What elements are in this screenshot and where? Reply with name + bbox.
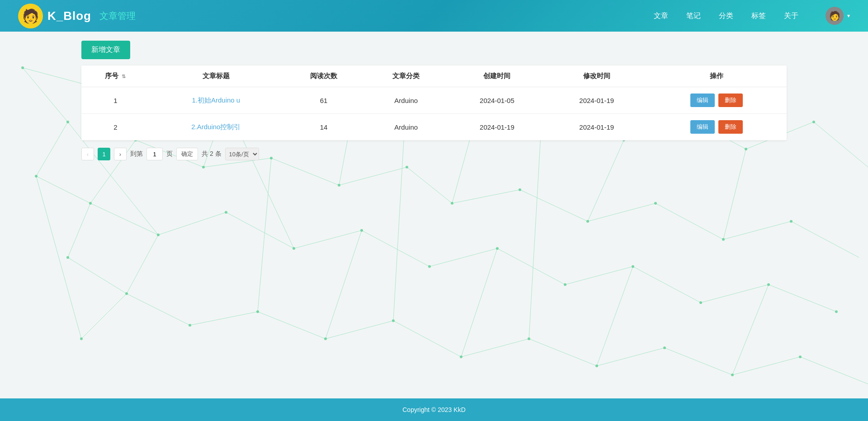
logo-area: 🧑 K_Blog 文章管理 bbox=[18, 4, 136, 28]
svg-line-4 bbox=[68, 257, 127, 294]
cell-title: 2.Arduino控制引 bbox=[150, 114, 283, 140]
svg-point-107 bbox=[564, 283, 566, 286]
delete-button[interactable]: 删除 bbox=[718, 120, 743, 134]
svg-line-3 bbox=[68, 203, 90, 257]
cell-reads: 61 bbox=[283, 87, 365, 114]
main-content: 新增文章 序号 ⇅ 文章标题 阅读次数 文章分类 创建时间 修改时间 操作 bbox=[0, 32, 868, 398]
svg-point-118 bbox=[595, 365, 598, 367]
nav-notes[interactable]: 笔记 bbox=[686, 11, 701, 21]
nav-categories[interactable]: 分类 bbox=[719, 11, 733, 21]
total-records: 共 2 条 bbox=[202, 150, 222, 158]
svg-line-46 bbox=[258, 312, 326, 339]
nav-tags[interactable]: 标签 bbox=[751, 11, 766, 21]
article-link[interactable]: 2.Arduino控制引 bbox=[191, 123, 241, 131]
page-number-input[interactable] bbox=[146, 148, 163, 160]
cell-id: 1 bbox=[81, 87, 150, 114]
pagination: ‹ 1 › 到第 页 确定 共 2 条 10条/页 20条/页 50条/页 bbox=[81, 148, 787, 160]
svg-line-30 bbox=[791, 221, 859, 257]
svg-line-50 bbox=[529, 339, 597, 366]
goto-confirm-button[interactable]: 确定 bbox=[176, 148, 198, 160]
cell-actions: 编辑 删除 bbox=[646, 114, 787, 140]
svg-point-109 bbox=[699, 301, 702, 304]
svg-line-27 bbox=[588, 203, 656, 221]
svg-point-73 bbox=[35, 175, 38, 178]
article-link[interactable]: 1.初始Arduino u bbox=[192, 96, 240, 104]
nav-articles[interactable]: 文章 bbox=[654, 11, 668, 21]
svg-point-102 bbox=[225, 211, 227, 214]
svg-point-93 bbox=[338, 184, 340, 187]
svg-line-23 bbox=[339, 167, 407, 185]
svg-point-97 bbox=[586, 220, 589, 223]
cell-title: 1.初始Arduino u bbox=[150, 87, 283, 114]
edit-button[interactable]: 编辑 bbox=[690, 120, 715, 134]
delete-button[interactable]: 删除 bbox=[718, 94, 743, 107]
logo-subtitle: 文章管理 bbox=[99, 10, 136, 22]
col-category: 文章分类 bbox=[365, 65, 447, 87]
svg-point-110 bbox=[767, 283, 770, 286]
svg-line-29 bbox=[723, 221, 791, 239]
table-row: 2 2.Arduino控制引 14 Arduino 2024-01-19 202… bbox=[81, 114, 787, 140]
per-page-select[interactable]: 10条/页 20条/页 50条/页 bbox=[225, 148, 259, 160]
svg-line-62 bbox=[326, 230, 362, 339]
svg-point-112 bbox=[189, 324, 191, 327]
chevron-down-icon: ▾ bbox=[847, 13, 850, 19]
svg-line-43 bbox=[127, 235, 158, 294]
svg-point-76 bbox=[125, 292, 128, 295]
edit-button[interactable]: 编辑 bbox=[690, 94, 715, 107]
svg-line-41 bbox=[701, 285, 769, 303]
svg-line-2 bbox=[36, 176, 90, 203]
header: 🧑 K_Blog 文章管理 文章 笔记 分类 标签 关于 🧑 ▾ bbox=[0, 0, 868, 32]
svg-line-66 bbox=[36, 176, 81, 339]
svg-point-98 bbox=[654, 202, 657, 205]
user-avatar: 🧑 bbox=[826, 7, 844, 25]
col-reads: 阅读次数 bbox=[283, 65, 365, 87]
svg-point-116 bbox=[460, 356, 462, 358]
svg-line-65 bbox=[732, 285, 769, 375]
sort-icon[interactable]: ⇅ bbox=[122, 74, 126, 79]
col-title: 文章标题 bbox=[150, 65, 283, 87]
add-article-button[interactable]: 新增文章 bbox=[81, 41, 130, 59]
next-page-button[interactable]: › bbox=[114, 148, 127, 160]
svg-point-75 bbox=[66, 256, 69, 259]
page-1-button[interactable]: 1 bbox=[98, 148, 110, 160]
svg-line-25 bbox=[452, 190, 520, 203]
cell-modified: 2024-01-19 bbox=[547, 87, 646, 114]
svg-line-53 bbox=[732, 357, 800, 375]
cell-category: Arduino bbox=[365, 87, 447, 114]
svg-line-24 bbox=[407, 167, 452, 203]
svg-point-101 bbox=[157, 234, 160, 236]
svg-line-39 bbox=[565, 267, 633, 285]
svg-point-104 bbox=[360, 229, 363, 232]
svg-point-95 bbox=[451, 202, 453, 205]
svg-line-63 bbox=[461, 248, 497, 357]
content-area: 新增文章 序号 ⇅ 文章标题 阅读次数 文章分类 创建时间 修改时间 操作 bbox=[0, 32, 868, 169]
footer: Copyright © 2023 KkD bbox=[0, 398, 868, 421]
svg-point-77 bbox=[80, 337, 83, 340]
cell-created: 2024-01-19 bbox=[447, 114, 547, 140]
svg-line-61 bbox=[258, 158, 271, 312]
svg-line-28 bbox=[656, 203, 723, 239]
user-menu[interactable]: 🧑 ▾ bbox=[826, 7, 850, 25]
svg-point-74 bbox=[89, 202, 92, 205]
svg-line-36 bbox=[362, 230, 429, 267]
svg-point-121 bbox=[799, 356, 802, 358]
logo-avatar: 🧑 bbox=[18, 4, 43, 28]
logo-text: K_Blog bbox=[47, 9, 91, 23]
svg-line-33 bbox=[158, 212, 226, 235]
cell-created: 2024-01-05 bbox=[447, 87, 547, 114]
svg-point-115 bbox=[392, 319, 395, 322]
svg-point-108 bbox=[632, 265, 634, 268]
cell-actions: 编辑 删除 bbox=[646, 87, 787, 114]
svg-point-103 bbox=[292, 247, 295, 250]
svg-line-26 bbox=[520, 190, 588, 221]
col-modified: 修改时间 bbox=[547, 65, 646, 87]
nav-about[interactable]: 关于 bbox=[784, 11, 798, 21]
svg-line-44 bbox=[127, 294, 190, 325]
main-nav: 文章 笔记 分类 标签 关于 🧑 ▾ bbox=[654, 7, 850, 25]
svg-point-114 bbox=[324, 337, 327, 340]
prev-page-button[interactable]: ‹ bbox=[81, 148, 94, 160]
svg-line-38 bbox=[497, 248, 565, 285]
svg-point-100 bbox=[790, 220, 793, 223]
svg-point-117 bbox=[528, 337, 530, 340]
svg-line-40 bbox=[633, 267, 701, 303]
